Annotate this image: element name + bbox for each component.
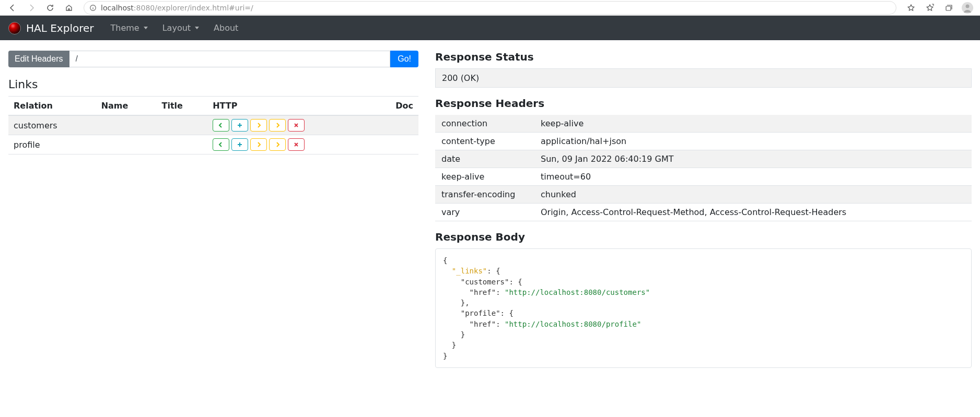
brand-icon [8, 22, 21, 34]
table-row: profile [8, 135, 418, 154]
table-row: transfer-encodingchunked [435, 186, 972, 204]
http-get-button[interactable] [213, 138, 229, 151]
header-name: vary [435, 204, 534, 221]
response-status-heading: Response Status [435, 51, 972, 63]
nav-about[interactable]: About [207, 19, 244, 37]
forward-button[interactable] [23, 1, 40, 15]
response-body: { "_links": { "customers": { "href": "ht… [435, 248, 972, 368]
col-doc: Doc [373, 97, 418, 116]
col-name: Name [96, 97, 157, 116]
cell-http [207, 135, 373, 154]
http-put-button[interactable] [250, 119, 267, 132]
http-get-button[interactable] [213, 119, 229, 132]
table-row: varyOrigin, Access-Control-Request-Metho… [435, 204, 972, 221]
cell-relation: customers [8, 115, 96, 135]
cell-name [96, 115, 157, 135]
header-value: application/hal+json [534, 133, 972, 150]
info-icon [89, 4, 97, 11]
header-value: timeout=60 [534, 168, 972, 186]
response-headers-heading: Response Headers [435, 97, 972, 110]
header-name: keep-alive [435, 168, 534, 186]
edit-headers-button[interactable]: Edit Headers [8, 51, 69, 67]
address-host: localhost:8080/explorer/index.html#uri=/ [101, 3, 253, 13]
table-row: customers [8, 115, 418, 135]
svg-rect-1 [946, 6, 951, 10]
svg-point-3 [966, 4, 970, 8]
table-row: keep-alivetimeout=60 [435, 168, 972, 186]
refresh-button[interactable] [42, 1, 59, 15]
http-put-button[interactable] [250, 138, 267, 151]
table-row: connectionkeep-alive [435, 115, 972, 133]
header-value: Origin, Access-Control-Request-Method, A… [534, 204, 972, 221]
table-row: content-typeapplication/hal+json [435, 133, 972, 150]
table-row: dateSun, 09 Jan 2022 06:40:19 GMT [435, 150, 972, 168]
cell-title [157, 115, 208, 135]
favorites-icon[interactable] [921, 1, 938, 15]
http-delete-button[interactable] [288, 138, 305, 151]
collections-icon[interactable] [940, 1, 957, 15]
http-delete-button[interactable] [288, 119, 305, 132]
uri-bar: Edit Headers Go! [8, 51, 418, 67]
links-table: Relation Name Title HTTP Doc customerspr… [8, 96, 418, 154]
cell-doc [373, 115, 418, 135]
cell-relation: profile [8, 135, 96, 154]
cell-doc [373, 135, 418, 154]
brand-title: HAL Explorer [26, 22, 94, 34]
http-post-button[interactable] [231, 138, 248, 151]
http-patch-button[interactable] [269, 119, 286, 132]
response-headers-table: connectionkeep-alivecontent-typeapplicat… [435, 115, 972, 221]
chevron-down-icon [144, 27, 148, 29]
profile-avatar[interactable] [959, 1, 976, 15]
col-http: HTTP [207, 97, 373, 116]
header-value: keep-alive [534, 115, 972, 133]
cell-title [157, 135, 208, 154]
header-name: transfer-encoding [435, 186, 534, 204]
links-heading: Links [8, 78, 418, 91]
http-post-button[interactable] [231, 119, 248, 132]
col-relation: Relation [8, 97, 96, 116]
response-status: 200 (OK) [435, 68, 972, 88]
col-title: Title [157, 97, 208, 116]
uri-input[interactable] [69, 51, 391, 67]
header-value: Sun, 09 Jan 2022 06:40:19 GMT [534, 150, 972, 168]
cell-http [207, 115, 373, 135]
header-name: date [435, 150, 534, 168]
cell-name [96, 135, 157, 154]
nav-theme[interactable]: Theme [104, 19, 154, 37]
star-add-icon[interactable] [903, 1, 919, 15]
http-patch-button[interactable] [269, 138, 286, 151]
back-button[interactable] [4, 1, 21, 15]
browser-toolbar: localhost:8080/explorer/index.html#uri=/ [0, 0, 980, 16]
header-name: content-type [435, 133, 534, 150]
address-bar[interactable]: localhost:8080/explorer/index.html#uri=/ [84, 1, 896, 15]
header-name: connection [435, 115, 534, 133]
app-navbar: HAL Explorer Theme Layout About [0, 16, 980, 40]
go-button[interactable]: Go! [390, 51, 418, 67]
header-value: chunked [534, 186, 972, 204]
nav-layout[interactable]: Layout [156, 19, 205, 37]
home-button[interactable] [61, 1, 77, 15]
chevron-down-icon [195, 27, 199, 29]
response-body-heading: Response Body [435, 231, 972, 243]
